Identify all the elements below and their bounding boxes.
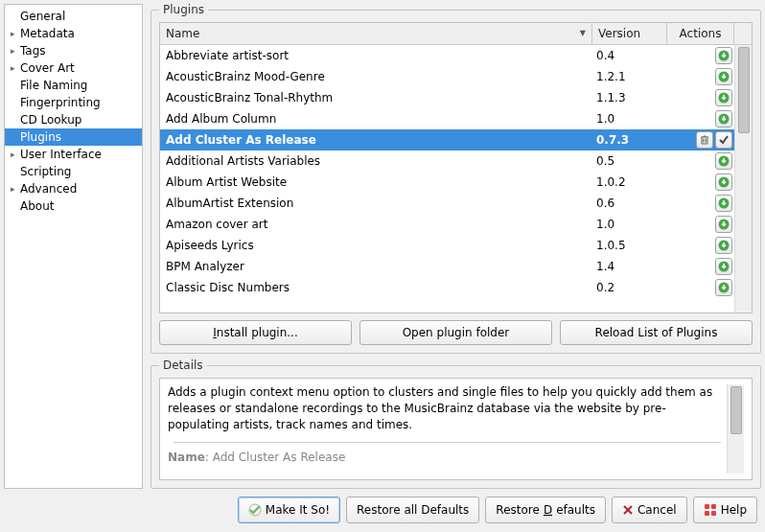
download-icon <box>718 240 730 251</box>
svg-rect-15 <box>711 511 716 516</box>
column-header-actions[interactable]: Actions <box>667 23 734 44</box>
dialog-button-bar: Make It So! Restore all Defaults Restore… <box>0 493 765 523</box>
uninstall-button[interactable] <box>696 131 713 149</box>
table-row[interactable]: Apiseeds Lyrics1.0.5 <box>160 235 752 256</box>
column-header-version[interactable]: Version <box>592 23 667 44</box>
restore-all-defaults-button[interactable]: Restore all Defaults <box>346 497 479 523</box>
sidebar-item-label: Plugins <box>20 130 61 144</box>
plugin-version-cell: 1.0 <box>592 218 667 231</box>
download-button[interactable] <box>715 173 732 191</box>
table-row[interactable]: Classic Disc Numbers0.2 <box>160 277 752 298</box>
cancel-button[interactable]: Cancel <box>612 497 687 523</box>
plugins-group-title: Plugins <box>159 3 208 16</box>
download-button[interactable] <box>715 89 732 106</box>
sidebar-item-label: File Naming <box>20 79 87 92</box>
download-icon <box>718 197 730 209</box>
restore-defaults-button[interactable]: Restore Defaults <box>485 497 606 523</box>
trash-icon <box>699 134 710 146</box>
expand-icon: ▸ <box>11 63 20 73</box>
sidebar-item-fingerprinting[interactable]: Fingerprinting <box>5 94 142 111</box>
plugin-name-cell: AcousticBrainz Tonal-Rhythm <box>166 91 592 104</box>
column-header-name[interactable]: Name ▼ <box>160 23 592 44</box>
plugin-name-cell: Classic Disc Numbers <box>166 281 592 294</box>
sidebar-item-plugins[interactable]: Plugins <box>5 128 142 146</box>
download-button[interactable] <box>715 279 732 296</box>
check-icon <box>718 134 730 146</box>
download-button[interactable] <box>715 258 732 275</box>
plugin-actions-cell <box>667 110 734 127</box>
details-group: Details Adds a plugin context menu optio… <box>151 365 761 489</box>
vertical-scrollbar[interactable] <box>734 45 752 312</box>
plugin-name-cell: AlbumArtist Extension <box>166 197 592 210</box>
sidebar-item-scripting[interactable]: Scripting <box>5 163 142 180</box>
install-plugin-button[interactable]: Install plugin... <box>159 320 352 345</box>
download-button[interactable] <box>715 237 732 254</box>
plugin-name-cell: Abbreviate artist-sort <box>166 49 592 62</box>
right-pane: Plugins Name ▼ Version Actions Abbreviat… <box>151 4 761 489</box>
sidebar-item-metadata[interactable]: ▸Metadata <box>5 25 142 42</box>
sidebar-item-cd-lookup[interactable]: CD Lookup <box>5 111 142 128</box>
plugin-actions-cell <box>667 216 734 233</box>
table-row[interactable]: BPM Analyzer1.4 <box>160 256 752 277</box>
plugin-name-cell: Apiseeds Lyrics <box>166 239 592 252</box>
help-button[interactable]: Help <box>693 497 757 523</box>
sidebar-item-advanced[interactable]: ▸Advanced <box>5 180 142 197</box>
sidebar-item-label: Tags <box>20 44 46 58</box>
table-row[interactable]: AcousticBrainz Mood-Genre1.2.1 <box>160 66 752 87</box>
plugins-group: Plugins Name ▼ Version Actions Abbreviat… <box>151 10 761 354</box>
table-header-row: Name ▼ Version Actions <box>160 23 752 45</box>
download-icon <box>718 155 730 167</box>
sidebar-item-label: Cover Art <box>20 61 75 75</box>
download-button[interactable] <box>715 216 732 233</box>
download-button[interactable] <box>715 47 732 64</box>
hand-icon <box>248 503 262 517</box>
download-icon <box>718 113 730 125</box>
expand-icon: ▸ <box>11 46 20 56</box>
plugin-actions-cell <box>667 173 734 191</box>
plugin-actions-cell <box>667 131 734 149</box>
plugin-actions-cell <box>667 195 734 212</box>
scrollbar-thumb[interactable] <box>738 47 750 133</box>
download-icon <box>718 71 730 82</box>
table-row[interactable]: Add Cluster As Release0.7.3 <box>160 129 752 150</box>
plugin-version-cell: 1.0.2 <box>592 175 667 189</box>
table-row[interactable]: AcousticBrainz Tonal-Rhythm1.1.3 <box>160 87 752 108</box>
download-icon <box>718 50 730 61</box>
open-plugin-folder-button[interactable]: Open plugin folder <box>359 320 552 345</box>
make-it-so-button[interactable]: Make It So! <box>238 497 340 523</box>
sidebar-item-tags[interactable]: ▸Tags <box>5 42 142 59</box>
plugin-version-cell: 1.4 <box>592 260 667 273</box>
plugin-version-cell: 1.0 <box>592 112 667 126</box>
enabled-button[interactable] <box>715 131 732 149</box>
download-icon <box>718 92 730 104</box>
table-row[interactable]: AlbumArtist Extension0.6 <box>160 193 752 214</box>
sort-indicator-icon: ▼ <box>580 29 586 37</box>
plugin-name-cell: AcousticBrainz Mood-Genre <box>166 70 592 83</box>
details-group-title: Details <box>159 359 207 372</box>
sidebar-item-label: Advanced <box>20 182 77 196</box>
download-button[interactable] <box>715 68 732 85</box>
sidebar-item-label: Metadata <box>20 27 75 40</box>
download-button[interactable] <box>715 195 732 212</box>
sidebar-item-general[interactable]: General <box>5 8 142 25</box>
plugin-version-cell: 0.4 <box>592 49 667 62</box>
table-row[interactable]: Album Artist Website1.0.2 <box>160 172 752 193</box>
sidebar-item-label: General <box>20 10 65 23</box>
sidebar-item-user-interface[interactable]: ▸User Interface <box>5 146 142 163</box>
cancel-icon <box>622 504 634 516</box>
table-row[interactable]: Amazon cover art1.0 <box>160 214 752 235</box>
scrollbar-thumb[interactable] <box>730 386 742 434</box>
table-row[interactable]: Add Album Column1.0 <box>160 108 752 129</box>
sidebar-item-file-naming[interactable]: File Naming <box>5 77 142 94</box>
table-row[interactable]: Additional Artists Variables0.5 <box>160 150 752 172</box>
details-scrollbar[interactable] <box>727 384 744 474</box>
sidebar-item-about[interactable]: About <box>5 197 142 215</box>
plugin-name-cell: BPM Analyzer <box>166 260 592 273</box>
plugin-version-cell: 1.1.3 <box>592 91 667 104</box>
download-button[interactable] <box>715 152 732 170</box>
download-button[interactable] <box>715 110 732 127</box>
sidebar-item-cover-art[interactable]: ▸Cover Art <box>5 59 142 77</box>
reload-plugins-button[interactable]: Reload List of Plugins <box>560 320 753 345</box>
expand-icon: ▸ <box>11 184 20 194</box>
table-row[interactable]: Abbreviate artist-sort0.4 <box>160 45 752 66</box>
